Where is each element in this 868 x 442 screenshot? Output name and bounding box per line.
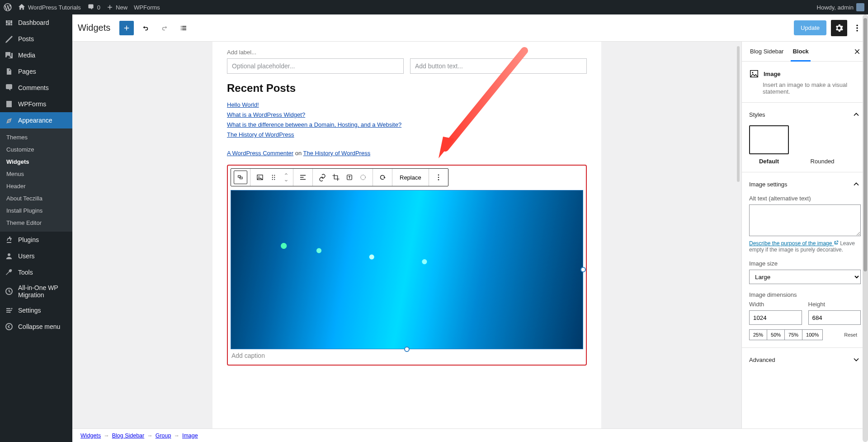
block-card: Image Insert an image to make a visual s… xyxy=(742,62,868,103)
comment-post-link[interactable]: The History of WordPress xyxy=(303,150,371,157)
menu-appearance[interactable]: Appearance xyxy=(0,112,72,128)
block-type-button[interactable] xyxy=(253,171,267,184)
replace-media-icon[interactable] xyxy=(376,171,389,184)
submenu-about[interactable]: About Teczilla xyxy=(0,192,72,204)
menu-users[interactable]: Users xyxy=(0,248,72,264)
drag-handle[interactable] xyxy=(267,171,280,184)
site-home-link[interactable]: WordPress Tutorials xyxy=(18,0,81,14)
search-button-text-input[interactable] xyxy=(410,58,587,74)
external-icon xyxy=(834,240,839,245)
style-rounded[interactable]: Rounded xyxy=(802,125,842,165)
styles-panel: Styles Default Rounded xyxy=(742,103,868,172)
image-preview[interactable] xyxy=(231,190,583,349)
wpforms-link[interactable]: WPForms xyxy=(134,0,160,14)
crumb[interactable]: Blog Sidebar xyxy=(112,432,145,439)
block-options-button[interactable] xyxy=(432,171,445,184)
recent-posts-heading: Recent Posts xyxy=(227,82,587,95)
link-button[interactable] xyxy=(316,171,329,184)
menu-media[interactable]: Media xyxy=(0,47,72,63)
image-settings-toggle[interactable]: Image settings xyxy=(749,180,861,189)
text-overlay-button[interactable] xyxy=(343,171,356,184)
resize-handle-bottom[interactable] xyxy=(404,347,410,352)
menu-settings[interactable]: Settings xyxy=(0,302,72,318)
height-input[interactable] xyxy=(808,310,861,325)
menu-dashboard[interactable]: Dashboard xyxy=(0,14,72,31)
wp-logo[interactable] xyxy=(4,0,12,14)
crumb[interactable]: Group xyxy=(156,432,171,439)
submenu-widgets[interactable]: Widgets xyxy=(0,156,72,168)
block-breadcrumb: Widgets→ Blog Sidebar→ Group→ Image xyxy=(72,428,868,442)
list-view-button[interactable] xyxy=(176,21,191,35)
post-link[interactable]: The History of WordPress xyxy=(227,131,294,138)
tab-block[interactable]: Block xyxy=(788,42,813,61)
search-placeholder-input[interactable] xyxy=(227,58,404,74)
my-account[interactable]: Howdy, admin xyxy=(817,0,864,14)
submenu-menus[interactable]: Menus xyxy=(0,168,72,180)
width-input[interactable] xyxy=(749,310,802,325)
alt-text-input[interactable] xyxy=(749,204,861,236)
svg-point-3 xyxy=(6,323,12,330)
recent-comment: A WordPress Commenter on The History of … xyxy=(227,150,587,157)
align-button[interactable] xyxy=(296,171,310,184)
collapse-menu[interactable]: Collapse menu xyxy=(0,318,72,335)
canvas-scrollbar[interactable] xyxy=(737,46,740,182)
preset-100[interactable]: 100% xyxy=(802,329,823,340)
svg-point-2 xyxy=(9,312,11,313)
new-content-link[interactable]: New xyxy=(107,0,127,14)
editor-canvas[interactable]: Add label... Recent Posts Hello World! W… xyxy=(72,42,741,428)
menu-pages[interactable]: Pages xyxy=(0,63,72,80)
redo-button[interactable] xyxy=(157,21,172,35)
svg-point-4 xyxy=(856,24,858,26)
submenu-customize[interactable]: Customize xyxy=(0,143,72,156)
page-title: Widgets xyxy=(78,23,110,33)
svg-point-6 xyxy=(856,30,858,31)
submenu-theme-editor[interactable]: Theme Editor xyxy=(0,217,72,229)
image-size-select[interactable]: Large xyxy=(749,270,861,284)
duotone-button[interactable] xyxy=(356,171,370,184)
style-default[interactable]: Default xyxy=(749,125,789,165)
more-options-button[interactable] xyxy=(852,20,863,36)
comments-link[interactable]: 0 xyxy=(87,0,100,14)
post-link[interactable]: What is the difference between a Domain,… xyxy=(227,121,401,128)
search-label-placeholder[interactable]: Add label... xyxy=(227,49,587,56)
svg-point-1 xyxy=(11,308,13,309)
update-button[interactable]: Update xyxy=(794,20,826,35)
svg-point-19 xyxy=(438,175,439,176)
crumb[interactable]: Widgets xyxy=(80,432,101,439)
submenu-themes[interactable]: Themes xyxy=(0,131,72,143)
site-title: WordPress Tutorials xyxy=(28,4,81,11)
height-label: Height xyxy=(808,301,861,308)
styles-panel-toggle[interactable]: Styles xyxy=(749,110,861,119)
reset-dimensions-button[interactable]: Reset xyxy=(840,330,861,340)
server-image xyxy=(231,190,583,349)
advanced-panel-toggle[interactable]: Advanced xyxy=(749,355,861,364)
post-link[interactable]: Hello World! xyxy=(227,101,259,108)
resize-handle-right[interactable] xyxy=(580,267,586,272)
commenter-link[interactable]: A WordPress Commenter xyxy=(227,150,293,157)
submenu-header[interactable]: Header xyxy=(0,180,72,192)
menu-aio-migration[interactable]: All-in-One WP Migration xyxy=(0,280,72,302)
menu-plugins[interactable]: Plugins xyxy=(0,232,72,248)
menu-tools[interactable]: Tools xyxy=(0,264,72,280)
undo-button[interactable] xyxy=(138,21,153,35)
move-down-button[interactable] xyxy=(282,177,290,184)
preset-75[interactable]: 75% xyxy=(784,329,802,340)
select-parent-button[interactable] xyxy=(234,171,247,184)
svg-point-14 xyxy=(274,177,275,178)
post-link[interactable]: What is a WordPress Widget? xyxy=(227,111,305,118)
menu-posts[interactable]: Posts xyxy=(0,31,72,47)
block-inserter-button[interactable] xyxy=(119,21,134,35)
menu-wpforms[interactable]: WPForms xyxy=(0,96,72,112)
crop-button[interactable] xyxy=(329,171,343,184)
tab-widget-area[interactable]: Blog Sidebar xyxy=(745,42,788,61)
settings-button[interactable] xyxy=(831,20,847,36)
preset-25[interactable]: 25% xyxy=(749,329,767,340)
preset-50[interactable]: 50% xyxy=(767,329,785,340)
move-up-button[interactable] xyxy=(282,171,290,177)
image-size-label: Image size xyxy=(749,260,861,267)
submenu-install-plugins[interactable]: Install Plugins xyxy=(0,204,72,217)
menu-comments[interactable]: Comments xyxy=(0,80,72,96)
page-scrollbar[interactable] xyxy=(863,42,868,428)
replace-button[interactable]: Replace xyxy=(395,171,426,184)
alt-text-help-link[interactable]: Describe the purpose of the image xyxy=(749,240,839,247)
